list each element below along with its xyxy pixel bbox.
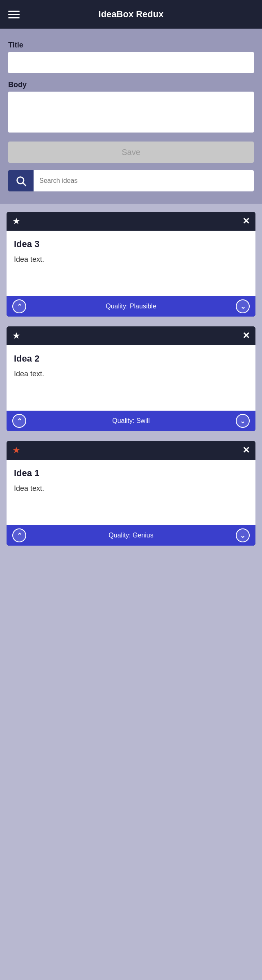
card-text-idea1: Idea text.	[14, 484, 248, 493]
close-button-idea1[interactable]: ✕	[242, 445, 250, 456]
star-button-idea1[interactable]: ★	[12, 445, 20, 456]
quality-label-idea2: Quality: Swill	[112, 417, 150, 425]
cards-area: ★ ✕ Idea 3 Idea text. ⌃ Quality: Plausib…	[0, 204, 262, 554]
card-body-idea1: Idea 1 Idea text.	[7, 460, 255, 525]
form-area: Title Body Save	[0, 29, 262, 204]
card-footer-idea2: ⌃ Quality: Swill ⌄	[7, 411, 255, 431]
search-container	[8, 170, 254, 191]
card-idea1: ★ ✕ Idea 1 Idea text. ⌃ Quality: Genius …	[7, 441, 255, 546]
close-button-idea2[interactable]: ✕	[242, 330, 250, 341]
close-button-idea3[interactable]: ✕	[242, 216, 250, 227]
title-label: Title	[8, 41, 254, 49]
card-idea2: ★ ✕ Idea 2 Idea text. ⌃ Quality: Swill ⌄	[7, 326, 255, 431]
card-idea3: ★ ✕ Idea 3 Idea text. ⌃ Quality: Plausib…	[7, 212, 255, 317]
save-button[interactable]: Save	[8, 142, 254, 163]
card-header-idea2: ★ ✕	[7, 326, 255, 345]
downvote-button-idea2[interactable]: ⌄	[236, 414, 250, 428]
hamburger-menu[interactable]	[8, 11, 20, 18]
title-input[interactable]	[8, 52, 254, 73]
star-button-idea3[interactable]: ★	[12, 216, 20, 227]
card-body-idea2: Idea 2 Idea text.	[7, 345, 255, 411]
upvote-button-idea2[interactable]: ⌃	[12, 414, 26, 428]
body-label: Body	[8, 81, 254, 89]
card-header-idea3: ★ ✕	[7, 212, 255, 231]
card-text-idea3: Idea text.	[14, 255, 248, 264]
card-body-idea3: Idea 3 Idea text.	[7, 231, 255, 296]
star-button-idea2[interactable]: ★	[12, 330, 20, 341]
card-footer-idea3: ⌃ Quality: Plausible ⌄	[7, 296, 255, 317]
svg-line-1	[23, 183, 25, 185]
search-icon-box	[8, 170, 34, 191]
upvote-button-idea1[interactable]: ⌃	[12, 528, 26, 542]
upvote-button-idea3[interactable]: ⌃	[12, 299, 26, 313]
search-input[interactable]	[34, 170, 254, 191]
card-text-idea2: Idea text.	[14, 370, 248, 378]
card-header-idea1: ★ ✕	[7, 441, 255, 460]
card-footer-idea1: ⌃ Quality: Genius ⌄	[7, 525, 255, 546]
card-title-idea3: Idea 3	[14, 239, 248, 249]
search-icon	[15, 175, 27, 187]
quality-label-idea1: Quality: Genius	[108, 532, 153, 539]
downvote-button-idea1[interactable]: ⌄	[236, 528, 250, 542]
body-input[interactable]	[8, 92, 254, 133]
app-title: IdeaBox Redux	[28, 9, 234, 20]
card-title-idea2: Idea 2	[14, 353, 248, 364]
quality-label-idea3: Quality: Plausible	[106, 303, 156, 310]
downvote-button-idea3[interactable]: ⌄	[236, 299, 250, 313]
card-title-idea1: Idea 1	[14, 468, 248, 479]
app-header: IdeaBox Redux	[0, 0, 262, 29]
